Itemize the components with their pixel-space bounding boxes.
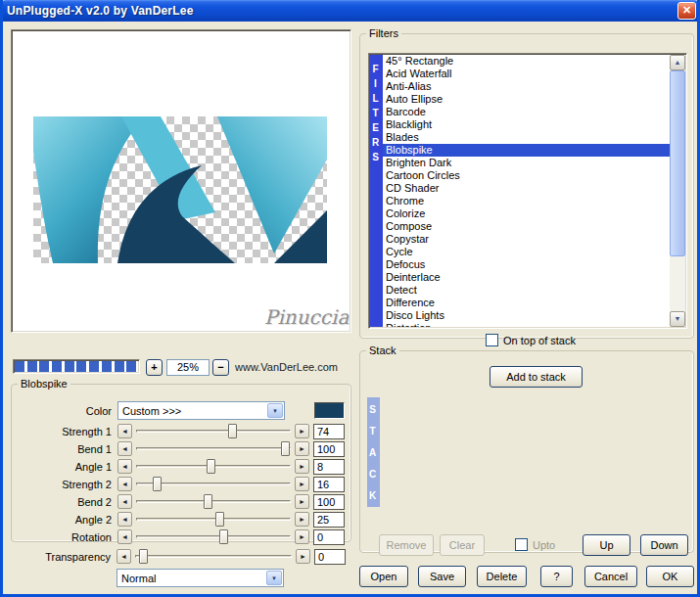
slider-increment-button[interactable]: ►: [295, 441, 309, 456]
filter-item[interactable]: Deinterlace: [383, 271, 670, 284]
cancel-button[interactable]: Cancel: [584, 566, 637, 587]
slider-increment-button[interactable]: ►: [295, 459, 309, 474]
zoom-out-button[interactable]: −: [212, 359, 229, 376]
slider-track[interactable]: [134, 424, 293, 438]
slider-thumb[interactable]: [219, 529, 228, 544]
filter-item[interactable]: Brighten Dark: [383, 157, 670, 169]
upto-checkbox[interactable]: Upto: [515, 538, 555, 551]
scroll-up-button[interactable]: ▲: [670, 55, 685, 70]
filter-item[interactable]: Barcode: [383, 106, 670, 118]
up-button[interactable]: Up: [583, 534, 630, 556]
filter-item[interactable]: 45° Rectangle: [383, 55, 670, 68]
slider-value-input[interactable]: [313, 477, 345, 492]
help-button[interactable]: ?: [540, 566, 573, 587]
filter-item[interactable]: Disco Lights: [383, 309, 670, 322]
slider-decrement-button[interactable]: ◄: [117, 459, 132, 474]
ok-button[interactable]: OK: [646, 566, 694, 587]
filters-scrollbar[interactable]: ▲ ▼: [670, 55, 685, 327]
scrollbar-thumb[interactable]: [670, 70, 685, 256]
filter-item[interactable]: Copystar: [383, 233, 670, 246]
slider-value-input[interactable]: [313, 494, 345, 510]
filter-item[interactable]: Distortion: [383, 322, 670, 327]
slider-decrement-button[interactable]: ◄: [117, 512, 132, 527]
filter-item[interactable]: Blades: [383, 131, 670, 144]
filter-item[interactable]: Cycle: [383, 246, 670, 258]
slider-increment-button[interactable]: ►: [296, 549, 310, 564]
slider-thumb[interactable]: [228, 424, 237, 438]
filter-item[interactable]: CD Shader: [383, 182, 670, 195]
slider-increment-button[interactable]: ►: [295, 494, 309, 509]
clear-button[interactable]: Clear: [440, 534, 485, 556]
slider-thumb[interactable]: [153, 477, 162, 491]
filter-item[interactable]: Chrome: [383, 195, 670, 207]
delete-button[interactable]: Delete: [477, 566, 527, 587]
stack-banner: STACK: [367, 397, 380, 507]
slider-decrement-button[interactable]: ◄: [117, 441, 132, 456]
slider-decrement-button[interactable]: ◄: [117, 494, 132, 509]
slider-increment-button[interactable]: ►: [295, 477, 309, 491]
slider-thumb[interactable]: [139, 549, 148, 564]
slider-track[interactable]: [133, 549, 294, 564]
slider-increment-button[interactable]: ►: [295, 512, 309, 527]
checkbox-box[interactable]: [515, 538, 528, 551]
slider-track[interactable]: [134, 512, 293, 527]
filter-item[interactable]: Cartoon Circles: [383, 169, 670, 182]
slider-thumb[interactable]: [207, 459, 215, 474]
slider-value-input[interactable]: [314, 549, 346, 565]
color-mode-dropdown[interactable]: Custom >>> ▼: [117, 401, 285, 420]
slider-increment-button[interactable]: ►: [295, 424, 309, 438]
down-button[interactable]: Down: [640, 534, 688, 556]
filter-item-selected[interactable]: Blobspike: [383, 144, 670, 157]
slider-decrement-button[interactable]: ◄: [117, 477, 132, 491]
left-arrow-icon: ◄: [121, 463, 128, 470]
slider-track[interactable]: [134, 494, 293, 509]
slider-value-input[interactable]: [313, 441, 345, 457]
slider-thumb[interactable]: [204, 494, 212, 509]
stack-group: Stack Add to stack STACK Remove Clear Up…: [359, 344, 694, 553]
filter-item[interactable]: Anti-Alias: [383, 80, 670, 93]
filter-item[interactable]: Auto Ellipse: [383, 93, 670, 106]
slider-decrement-button[interactable]: ◄: [117, 529, 132, 544]
color-swatch[interactable]: [314, 402, 345, 419]
slider-label: Strength 2: [18, 479, 112, 490]
filter-item[interactable]: Compose: [383, 220, 670, 233]
slider-increment-button[interactable]: ►: [295, 529, 309, 544]
preview-panel[interactable]: Pinuccia: [11, 29, 351, 333]
filter-item[interactable]: Acid Waterfall: [383, 68, 670, 80]
left-arrow-icon: ◄: [121, 533, 128, 540]
open-button[interactable]: Open: [359, 566, 408, 587]
filters-listbox[interactable]: FILTERS 45° Rectangle Acid Waterfall Ant…: [368, 53, 687, 329]
progress-fill: [15, 361, 138, 372]
stack-list[interactable]: [380, 397, 685, 507]
slider-value-input[interactable]: [313, 424, 345, 439]
chevron-down-icon[interactable]: ▼: [267, 403, 283, 418]
filter-item[interactable]: Colorize: [383, 207, 670, 220]
slider-value-input[interactable]: [313, 529, 345, 545]
close-button[interactable]: ✕: [677, 2, 696, 20]
slider-track[interactable]: [134, 529, 293, 544]
slider-decrement-button[interactable]: ◄: [117, 424, 132, 438]
titlebar[interactable]: UnPlugged-X v2.0 by VanDerLee ✕: [0, 0, 700, 22]
slider-value-input[interactable]: [313, 512, 345, 528]
zoom-in-button[interactable]: +: [146, 359, 163, 376]
filter-item[interactable]: Difference: [383, 297, 670, 309]
save-button[interactable]: Save: [418, 566, 466, 587]
slider-track[interactable]: [134, 477, 293, 491]
slider-thumb[interactable]: [281, 441, 290, 456]
slider-thumb[interactable]: [215, 512, 224, 527]
filter-settings-title: Blobspike: [18, 378, 70, 390]
filter-item[interactable]: Detect: [383, 284, 670, 297]
scroll-down-button[interactable]: ▼: [670, 311, 685, 327]
blend-mode-dropdown[interactable]: Normal ▼: [117, 569, 284, 587]
right-arrow-icon: ►: [299, 498, 305, 505]
slider-decrement-button[interactable]: ◄: [117, 549, 131, 564]
chevron-down-icon[interactable]: ▼: [266, 571, 282, 585]
add-to-stack-button[interactable]: Add to stack: [490, 366, 583, 388]
filter-item[interactable]: Blacklight: [383, 118, 670, 131]
slider-track[interactable]: [134, 459, 293, 474]
website-text: www.VanDerLee.com: [235, 361, 338, 373]
filter-item[interactable]: Defocus: [383, 258, 670, 271]
remove-button[interactable]: Remove: [379, 534, 434, 556]
slider-track[interactable]: [134, 441, 293, 456]
slider-value-input[interactable]: [313, 459, 345, 475]
